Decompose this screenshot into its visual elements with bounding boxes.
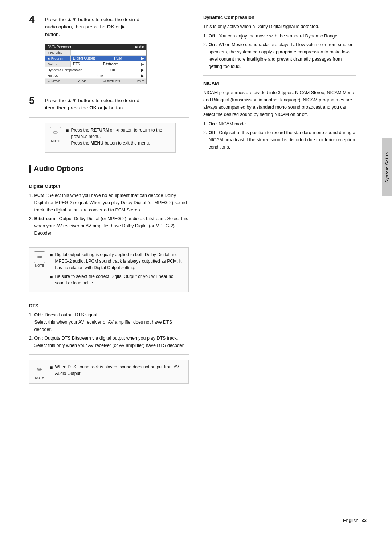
- footer-text: English -33: [343, 518, 367, 523]
- note-content-3: ■ When DTS soundtrack is played, sound d…: [50, 364, 184, 380]
- step-5-number: 5: [29, 96, 40, 112]
- step-5-text: Press the ▲▼ buttons to select the desir…: [45, 96, 139, 112]
- dynamic-compression-title: Dynamic Compression: [203, 15, 356, 20]
- dts-item1: 1. Off : Doesn't output DTS signal.Selec…: [29, 311, 189, 333]
- step-4: 4 Press the ▲▼ buttons to select the des…: [29, 15, 189, 38]
- note-content-1: ■ Press the RETURN or ◄ button to return…: [66, 127, 171, 149]
- note-icon-3: ✏: [34, 364, 45, 375]
- step-4-text: Press the ▲▼ buttons to select the desir…: [45, 15, 139, 38]
- dynamic-compression-section: Dynamic Compression This is only active …: [203, 15, 356, 70]
- screen-digital-output-row: Digital Output PCM ▶: [71, 56, 146, 61]
- digital-output-title: Digital Output: [29, 183, 189, 189]
- screen-dynamic-compression: Dynamic Compression : On ▶: [45, 67, 146, 73]
- section-title-bar: Audio Options: [29, 165, 189, 173]
- nicam-item2: 2. Off : Only set at this position to re…: [203, 129, 356, 151]
- note-icon-2: ✏: [34, 251, 45, 263]
- step-5: 5 Press the ▲▼ buttons to select the des…: [29, 96, 189, 112]
- step-4-number: 4: [29, 15, 40, 38]
- dts-item2: 2. On : Outputs DTS Bitstream via digita…: [29, 335, 189, 349]
- nicam-title: NICAM: [203, 81, 356, 86]
- dts-title: DTS: [29, 303, 189, 308]
- side-tab: System Setup: [382, 138, 392, 196]
- note-content-2: ■ Digital output setting is equally appl…: [50, 251, 184, 288]
- side-tab-label: System Setup: [385, 152, 389, 183]
- screen-program: ◉ Program: [45, 56, 71, 61]
- screen-dts-row: DTS Bitstream ▶: [71, 61, 146, 67]
- note-box-1: ✏ NOTE ■ Press the RETURN or ◄ button to…: [45, 123, 176, 153]
- dynamic-compression-intro: This is only active when a Dolby Digital…: [203, 23, 356, 30]
- dynamic-compression-item1: 1. Off : You can enjoy the movie with th…: [203, 32, 356, 40]
- nicam-intro: NICAM programmes are divided into 3 type…: [203, 89, 356, 118]
- dynamic-compression-item2: 2. On : When Movie soundtracks are playe…: [203, 41, 356, 70]
- screen-nicam: NICAM : On ▶: [45, 73, 146, 79]
- screen-no-disc: ○ No Disc: [45, 50, 71, 55]
- digital-output-item1: 1. PCM : Select this when you have no eq…: [29, 192, 189, 214]
- nicam-item1: 1. On : NICAM mode: [203, 120, 356, 128]
- note-box-3: ✏ NOTE ■ When DTS soundtrack is played, …: [29, 360, 189, 384]
- section-bar: [29, 165, 31, 173]
- screen-mock: DVD-Recorder Audio ○ No Disc ◉ Program: [45, 44, 147, 84]
- digital-output-section: Digital Output 1. PCM : Select this when…: [29, 183, 189, 237]
- audio-options-title: Audio Options: [34, 165, 84, 173]
- note-box-2: ✏ NOTE ■ Digital output setting is equal…: [29, 247, 189, 292]
- note-icon-1: ✏: [50, 127, 61, 138]
- screen-setup: Setup: [45, 61, 71, 67]
- digital-output-item2: 2. Bitstream : Output Dolby Digital (or …: [29, 215, 189, 237]
- screen-header-left: DVD-Recorder: [48, 45, 72, 49]
- page-footer: English -33: [343, 518, 367, 523]
- nicam-section: NICAM NICAM programmes are divided into …: [203, 81, 356, 151]
- dts-section: DTS 1. Off : Doesn't output DTS signal.S…: [29, 303, 189, 349]
- screen-header-right: Audio: [135, 45, 144, 49]
